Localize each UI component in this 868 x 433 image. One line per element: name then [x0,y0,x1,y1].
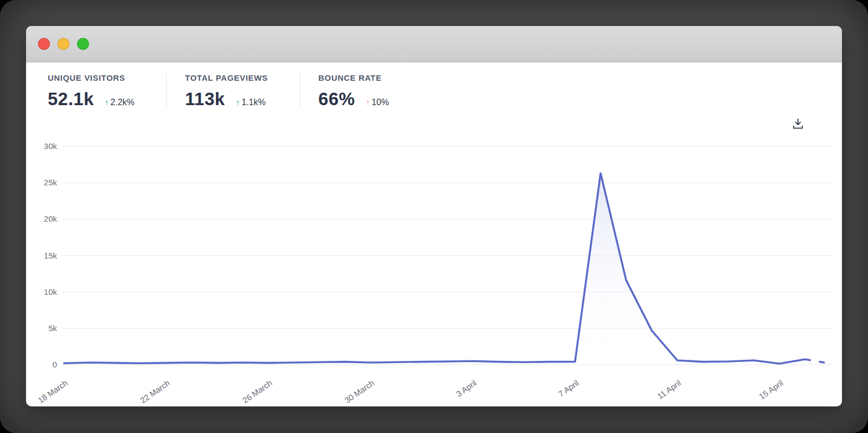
download-button[interactable] [790,115,806,132]
svg-text:11 April: 11 April [655,378,682,401]
svg-text:20k: 20k [44,214,58,223]
stat-delta-text: 10% [372,98,389,107]
stat-label: TOTAL PAGEVIEWS [185,73,268,82]
svg-text:5k: 5k [48,324,57,333]
stat-value: 113k [185,89,225,109]
svg-text:25k: 25k [44,178,58,187]
stat-delta-text: 2.2k% [111,98,135,107]
svg-text:18 March: 18 March [36,378,69,405]
trend-up-icon: ↑ [236,98,240,107]
dashboard-content: UNIQUE VISITORS 52.1k ↑ 2.2k% TOTAL PAGE… [26,62,842,406]
stat-label: BOUNCE RATE [318,73,389,82]
svg-text:15k: 15k [44,251,58,260]
window-shadow-frame: UNIQUE VISITORS 52.1k ↑ 2.2k% TOTAL PAGE… [0,0,868,433]
svg-text:22 March: 22 March [138,378,171,405]
svg-text:3 April: 3 April [454,378,478,399]
stat-value: 52.1k [48,89,94,109]
stat-delta: ↑ 2.2k% [105,98,135,107]
stat-label: UNIQUE VISITORS [48,73,135,82]
visitors-chart: 05k10k15k20k25k30k18 March22 March26 Mar… [26,62,842,406]
stat-value: 66% [318,89,355,109]
svg-text:15 April: 15 April [757,378,785,402]
trend-up-icon: ↑ [366,98,370,107]
window-titlebar [26,26,842,62]
stat-delta: ↑ 10% [366,98,389,107]
svg-text:26 March: 26 March [241,378,274,405]
stat-delta-text: 1.1k% [241,98,265,107]
app-window: UNIQUE VISITORS 52.1k ↑ 2.2k% TOTAL PAGE… [26,26,842,406]
svg-text:0: 0 [53,360,57,369]
svg-text:10k: 10k [44,287,58,296]
stat-delta: ↑ 1.1k% [236,98,266,107]
stat-total-pageviews: TOTAL PAGEVIEWS 113k ↑ 1.1k% [166,73,299,109]
svg-text:7 April: 7 April [557,378,580,399]
close-window-button[interactable] [38,38,50,50]
visitors-chart-area: 05k10k15k20k25k30k18 March22 March26 Mar… [26,62,842,406]
maximize-window-button[interactable] [77,38,89,50]
stat-bounce-rate: BOUNCE RATE 66% ↑ 10% [299,73,420,109]
svg-text:30k: 30k [44,141,58,151]
stat-unique-visitors: UNIQUE VISITORS 52.1k ↑ 2.2k% [48,73,166,109]
download-icon [791,117,805,131]
minimize-window-button[interactable] [58,38,69,50]
trend-up-icon: ↑ [105,98,109,107]
stats-row: UNIQUE VISITORS 52.1k ↑ 2.2k% TOTAL PAGE… [48,73,420,109]
svg-text:30 March: 30 March [343,378,376,405]
